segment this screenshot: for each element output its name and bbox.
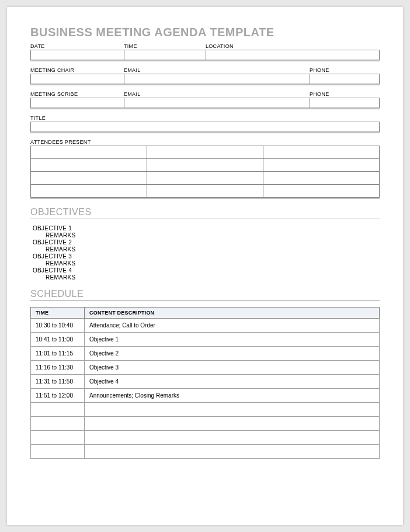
document-page: BUSINESS MEETING AGENDA TEMPLATE DATE TI… <box>7 7 403 525</box>
schedule-row: 11:01 to 11:15Objective 2 <box>31 347 380 361</box>
schedule-content-cell[interactable]: Objective 4 <box>85 375 380 389</box>
schedule-row: 10:30 to 10:40Attendance; Call to Order <box>31 319 380 333</box>
scribe-phone-label: PHONE <box>310 91 380 98</box>
objectives-list: OBJECTIVE 1 REMARKS OBJECTIVE 2 REMARKS … <box>30 225 380 281</box>
schedule-content-cell[interactable]: Announcements; Closing Remarks <box>85 389 380 403</box>
schedule-content-cell[interactable]: Objective 3 <box>85 361 380 375</box>
scribe-email-label: EMAIL <box>124 91 310 98</box>
schedule-heading: SCHEDULE <box>30 289 380 301</box>
schedule-time-cell[interactable] <box>31 403 85 417</box>
schedule-row <box>31 445 380 459</box>
schedule-time-cell[interactable]: 11:01 to 11:15 <box>31 347 85 361</box>
schedule-time-cell[interactable] <box>31 431 85 445</box>
date-field[interactable] <box>30 50 124 60</box>
location-label: LOCATION <box>206 43 380 50</box>
schedule-content-cell[interactable]: Objective 2 <box>85 347 380 361</box>
attendee-cell[interactable] <box>31 185 147 198</box>
row-chair: MEETING CHAIR EMAIL PHONE <box>30 67 380 85</box>
schedule-content-cell[interactable] <box>85 445 380 459</box>
schedule-time-cell[interactable]: 10:41 to 11:00 <box>31 333 85 347</box>
meeting-title-field[interactable] <box>30 122 380 132</box>
attendee-cell[interactable] <box>31 146 147 159</box>
location-field[interactable] <box>206 50 380 60</box>
scribe-phone-field[interactable] <box>310 98 380 108</box>
time-field[interactable] <box>124 50 206 60</box>
schedule-time-cell[interactable]: 10:30 to 10:40 <box>31 319 85 333</box>
meeting-title-label: TITLE <box>30 115 380 122</box>
date-label: DATE <box>30 43 124 50</box>
attendees-label: ATTENDEES PRESENT <box>30 139 380 146</box>
scribe-label: MEETING SCRIBE <box>30 91 124 98</box>
attendee-cell[interactable] <box>147 159 263 172</box>
schedule-content-cell[interactable] <box>85 431 380 445</box>
objectives-heading: OBJECTIVES <box>30 207 380 219</box>
schedule-time-cell[interactable] <box>31 445 85 459</box>
attendee-cell[interactable] <box>263 172 380 185</box>
schedule-content-cell[interactable] <box>85 417 380 431</box>
schedule-time-cell[interactable] <box>31 417 85 431</box>
schedule-content-cell[interactable] <box>85 403 380 417</box>
chair-label: MEETING CHAIR <box>30 67 124 74</box>
objective-label: OBJECTIVE 2 <box>33 239 380 246</box>
time-label: TIME <box>124 43 206 50</box>
page-title: BUSINESS MEETING AGENDA TEMPLATE <box>30 26 380 39</box>
attendee-cell[interactable] <box>147 185 263 198</box>
schedule-row <box>31 417 380 431</box>
attendee-cell[interactable] <box>147 146 263 159</box>
chair-email-field[interactable] <box>124 74 310 84</box>
schedule-time-cell[interactable]: 11:31 to 11:50 <box>31 375 85 389</box>
objective-label: OBJECTIVE 3 <box>33 253 380 260</box>
schedule-table: TIME CONTENT DESCRIPTION 10:30 to 10:40A… <box>30 307 380 459</box>
schedule-row: 11:51 to 12:00Announcements; Closing Rem… <box>31 389 380 403</box>
chair-field[interactable] <box>30 74 124 84</box>
attendee-cell[interactable] <box>263 159 380 172</box>
objective-remarks: REMARKS <box>33 246 380 253</box>
objective-label: OBJECTIVE 1 <box>33 225 380 232</box>
schedule-row: 11:31 to 11:50Objective 4 <box>31 375 380 389</box>
attendee-cell[interactable] <box>147 172 263 185</box>
schedule-header-time: TIME <box>31 308 85 319</box>
schedule-time-cell[interactable]: 11:16 to 11:30 <box>31 361 85 375</box>
objective-label: OBJECTIVE 4 <box>33 267 380 274</box>
schedule-time-cell[interactable]: 11:51 to 12:00 <box>31 389 85 403</box>
attendee-cell[interactable] <box>31 159 147 172</box>
objective-remarks: REMARKS <box>33 260 380 267</box>
schedule-row <box>31 403 380 417</box>
schedule-row: 11:16 to 11:30Objective 3 <box>31 361 380 375</box>
schedule-row: 10:41 to 11:00Objective 1 <box>31 333 380 347</box>
row-title: TITLE <box>30 115 380 133</box>
schedule-row <box>31 431 380 445</box>
schedule-content-cell[interactable]: Objective 1 <box>85 333 380 347</box>
scribe-email-field[interactable] <box>124 98 310 108</box>
row-date-time-location: DATE TIME LOCATION <box>30 43 380 61</box>
attendee-cell[interactable] <box>31 172 147 185</box>
attendee-cell[interactable] <box>263 146 380 159</box>
attendee-cell[interactable] <box>263 185 380 198</box>
objective-remarks: REMARKS <box>33 274 380 281</box>
objective-remarks: REMARKS <box>33 232 380 239</box>
chair-email-label: EMAIL <box>124 67 310 74</box>
schedule-content-cell[interactable]: Attendance; Call to Order <box>85 319 380 333</box>
attendees-grid <box>30 146 380 199</box>
scribe-field[interactable] <box>30 98 124 108</box>
row-scribe: MEETING SCRIBE EMAIL PHONE <box>30 91 380 109</box>
schedule-header-content: CONTENT DESCRIPTION <box>85 308 380 319</box>
chair-phone-field[interactable] <box>310 74 380 84</box>
chair-phone-label: PHONE <box>310 67 380 74</box>
